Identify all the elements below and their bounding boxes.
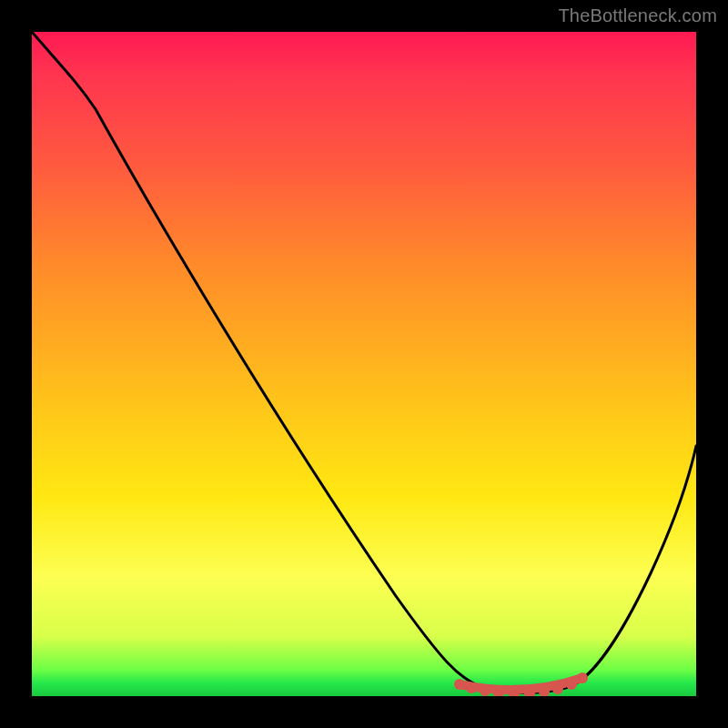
plot-area bbox=[32, 32, 696, 696]
watermark-text: TheBottleneck.com bbox=[558, 5, 717, 26]
bottleneck-curve-svg bbox=[32, 32, 696, 696]
chart-frame: TheBottleneck.com bbox=[0, 0, 728, 728]
bottleneck-curve bbox=[32, 32, 696, 693]
